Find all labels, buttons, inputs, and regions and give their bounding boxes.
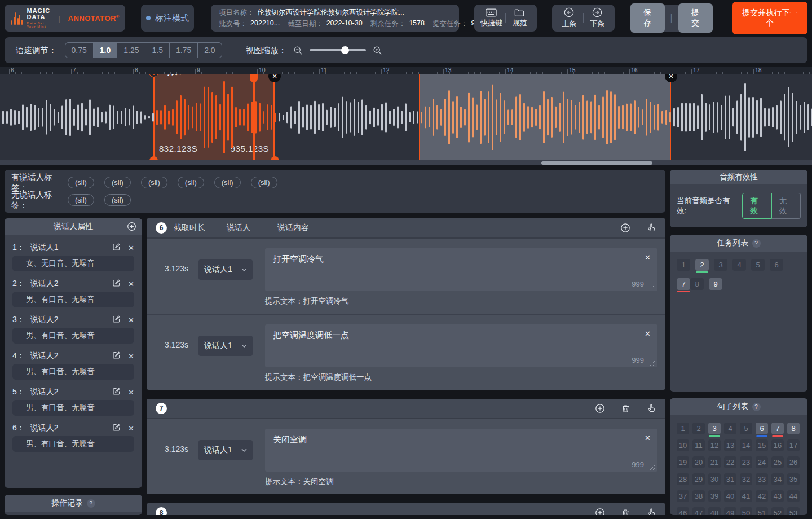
- invalid-option[interactable]: 无效: [772, 193, 801, 219]
- utterance-textarea[interactable]: 打开空调冷气✕999: [265, 248, 657, 291]
- speaker-attributes[interactable]: 男、有口音、无噪音: [12, 364, 134, 380]
- sentence-chip-20[interactable]: 20: [692, 456, 705, 468]
- playhead-handle[interactable]: [250, 74, 258, 82]
- sentence-chip-26[interactable]: 26: [787, 456, 800, 468]
- speaker-select[interactable]: 说话人1: [198, 260, 253, 280]
- spec-button[interactable]: 规范: [506, 8, 533, 28]
- sentence-chip-8[interactable]: 8: [787, 423, 800, 434]
- edit-speaker-button[interactable]: [112, 351, 121, 361]
- zoom-out-icon[interactable]: [293, 46, 303, 55]
- sentence-chip-43[interactable]: 43: [771, 490, 784, 502]
- sentence-chip-16[interactable]: 16: [771, 439, 784, 451]
- sentence-chip-5[interactable]: 5: [740, 423, 752, 434]
- sentence-chip-13[interactable]: 13: [724, 439, 736, 451]
- task-chip-6[interactable]: 6: [770, 259, 783, 271]
- delete-speaker-button[interactable]: ✕: [128, 388, 134, 397]
- sentence-chip-23[interactable]: 23: [740, 456, 752, 468]
- sentence-chip-53[interactable]: 53: [787, 507, 800, 515]
- zoom-slider-thumb[interactable]: [341, 46, 349, 54]
- clear-text-button[interactable]: ✕: [645, 329, 651, 338]
- add-row-button[interactable]: [620, 223, 630, 233]
- task-chip-2[interactable]: 2: [695, 259, 709, 271]
- sentence-chip-28[interactable]: 28: [677, 473, 689, 485]
- speed-option-0.75[interactable]: 0.75: [65, 43, 94, 58]
- task-chip-4[interactable]: 4: [732, 259, 746, 271]
- speed-option-1.5[interactable]: 1.5: [145, 43, 169, 58]
- sentence-chip-21[interactable]: 21: [708, 456, 721, 468]
- delete-segment-button[interactable]: [621, 508, 630, 516]
- sentence-chip-48[interactable]: 48: [708, 507, 721, 515]
- speaker-attributes[interactable]: 男、有口音、无噪音: [12, 292, 134, 307]
- add-speaker-button[interactable]: [127, 222, 136, 233]
- save-button[interactable]: 保存: [630, 3, 665, 33]
- resize-handle[interactable]: [650, 284, 655, 289]
- sentence-chip-3[interactable]: 3: [708, 423, 721, 434]
- waveform-canvas[interactable]: 832.123S 935.123S 6 时长：103.123S ✕ ✕: [0, 74, 812, 160]
- delete-speaker-button[interactable]: ✕: [128, 424, 134, 433]
- drag-segment-button[interactable]: [646, 403, 656, 414]
- edit-speaker-button[interactable]: [112, 315, 121, 325]
- valid-option[interactable]: 有效: [742, 193, 771, 219]
- resize-handle[interactable]: [650, 464, 655, 470]
- sentence-chip-32[interactable]: 32: [740, 473, 752, 485]
- speaker-attributes[interactable]: 男、有口音、无噪音: [12, 436, 134, 452]
- previous-item-button[interactable]: 上条: [555, 7, 583, 29]
- sentence-chip-11[interactable]: 11: [692, 439, 705, 451]
- sentence-chip-24[interactable]: 24: [756, 456, 768, 468]
- operation-log-help-icon[interactable]: ?: [87, 499, 95, 508]
- zoom-in-icon[interactable]: [373, 46, 382, 55]
- sentence-chip-39[interactable]: 39: [708, 490, 721, 502]
- clear-text-button[interactable]: ✕: [645, 253, 651, 262]
- sentence-chip-6[interactable]: 6: [756, 423, 768, 434]
- sentence-chip-52[interactable]: 52: [771, 507, 784, 515]
- sentence-chip-46[interactable]: 46: [677, 507, 689, 515]
- speaker-select[interactable]: 说话人1: [198, 440, 253, 460]
- sentence-chip-12[interactable]: 12: [708, 439, 721, 451]
- timeline-ruler[interactable]: 6789101112131415161718: [0, 67, 812, 74]
- delete-speaker-button[interactable]: ✕: [128, 316, 134, 324]
- sentence-chip-41[interactable]: 41: [740, 490, 752, 502]
- speaker-attributes[interactable]: 男、有口音、无噪音: [12, 400, 134, 416]
- speaker-attributes[interactable]: 女、无口音、无噪音: [12, 256, 134, 271]
- delete-speaker-button[interactable]: ✕: [128, 352, 134, 360]
- sil-tag-2[interactable]: (sil): [104, 177, 131, 188]
- task-chip-1[interactable]: 1: [677, 259, 690, 271]
- submit-button[interactable]: 提交: [678, 3, 713, 33]
- task-chip-3[interactable]: 3: [714, 259, 727, 271]
- utterance-textarea[interactable]: 把空调温度调低一点✕999: [265, 324, 657, 367]
- sentence-chip-37[interactable]: 37: [677, 490, 689, 502]
- playhead[interactable]: [253, 74, 255, 160]
- sil-tag-nospeaker-2[interactable]: (sil): [104, 194, 131, 206]
- sil-tag-5[interactable]: (sil): [214, 177, 241, 188]
- task-chip-8[interactable]: 8: [690, 278, 704, 290]
- sentence-chip-50[interactable]: 50: [740, 507, 752, 515]
- sentence-chip-4[interactable]: 4: [724, 423, 736, 434]
- sentence-chip-38[interactable]: 38: [692, 490, 705, 502]
- edit-speaker-button[interactable]: [112, 387, 121, 397]
- sentence-chip-33[interactable]: 33: [756, 473, 768, 485]
- shortcuts-button[interactable]: 快捷键: [478, 8, 505, 28]
- sentence-chip-7[interactable]: 7: [771, 423, 784, 434]
- waveform-scrollbar-thumb[interactable]: [541, 161, 652, 165]
- task-list-help-icon[interactable]: ?: [752, 239, 761, 248]
- sentence-chip-1[interactable]: 1: [677, 423, 689, 434]
- sil-tag-6[interactable]: (sil): [251, 177, 277, 188]
- task-chip-9[interactable]: 9: [709, 278, 722, 290]
- task-chip-5[interactable]: 5: [751, 259, 765, 271]
- submit-and-next-button[interactable]: 提交并执行下一个: [732, 2, 807, 34]
- sentence-chip-30[interactable]: 30: [708, 473, 721, 485]
- next-item-button[interactable]: 下条: [584, 7, 611, 29]
- delete-speaker-button[interactable]: ✕: [128, 280, 134, 288]
- sentence-chip-14[interactable]: 14: [740, 439, 752, 451]
- sentence-chip-31[interactable]: 31: [724, 473, 736, 485]
- clear-text-button[interactable]: ✕: [645, 434, 651, 442]
- speaker-attributes[interactable]: 男、有口音、无噪音: [12, 328, 134, 344]
- annotation-mode-button[interactable]: 标注模式: [141, 5, 194, 32]
- sentence-chip-35[interactable]: 35: [787, 473, 800, 485]
- sentence-chip-29[interactable]: 29: [692, 473, 705, 485]
- zoom-slider[interactable]: [310, 46, 366, 54]
- task-chip-7[interactable]: 7: [677, 278, 690, 290]
- edit-speaker-button[interactable]: [112, 423, 121, 433]
- delete-segment-button[interactable]: [621, 404, 630, 414]
- edit-speaker-button[interactable]: [112, 243, 121, 253]
